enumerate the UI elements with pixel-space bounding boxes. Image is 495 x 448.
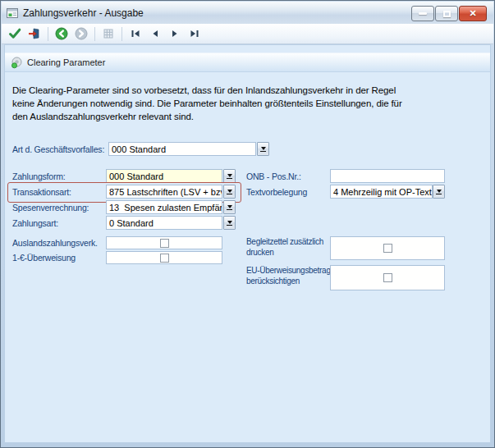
eu-ueberweisungsbetrag-label: EU-Überweisungsbetrag berücksichtigen [246, 266, 328, 286]
section-title: Clearing Parameter [27, 57, 105, 67]
geschaeftsvorfall-combobox[interactable]: 000 Standard [108, 142, 256, 156]
grid-view-button[interactable] [99, 25, 118, 43]
begleitzettel-checkbox[interactable] [383, 244, 392, 253]
maximize-button[interactable] [435, 6, 458, 21]
textvorbelegung-dropdown-button[interactable] [433, 185, 445, 199]
first-record-button[interactable] [126, 25, 145, 43]
begleitzettel-label-line1: Begleitzettel zusätzlich [246, 237, 328, 248]
check-icon [8, 27, 21, 40]
auslandszahlungsverkehr-checkbox[interactable] [160, 239, 169, 248]
geschaeftsvorfall-dropdown-button[interactable] [257, 142, 269, 156]
auslandszahlungsverkehr-field [106, 236, 222, 249]
transaktionsart-combobox[interactable]: 875 Lastschriften (LSV + bzv [106, 185, 222, 199]
minimize-button[interactable] [411, 6, 434, 21]
textvorbelegung-value: 4 Mehrzeilig mit OP-Text pro [333, 187, 433, 197]
transaktionsart-label: Transaktionsart: [12, 187, 71, 197]
forward-circle-icon [75, 27, 88, 40]
zahlungsart-value: 0 Standard [109, 218, 154, 228]
section-header: Clearing Parameter [5, 53, 490, 72]
zahlungsform-combobox[interactable]: 000 Standard [106, 169, 222, 183]
ein-euro-ueberweisung-label: 1-€-Überweisung [12, 253, 76, 263]
spesenverrechnung-value: 13 Spesen zulasten Empfär [109, 203, 222, 213]
window-title: Zahlungsverkehr - Ausgabe [23, 7, 144, 19]
toolbar [2, 24, 493, 44]
maximize-icon [443, 11, 451, 17]
dropdown-underline [227, 178, 232, 179]
spesenverrechnung-combobox[interactable]: 13 Spesen zulasten Empfär [106, 200, 222, 214]
chevron-down-icon [261, 147, 266, 150]
minimize-icon [419, 12, 427, 15]
eu-ueberweisungsbetrag-label-line1: EU-Überweisungsbetrag [246, 266, 328, 277]
zahlungsart-dropdown-button[interactable] [223, 216, 236, 230]
chevron-down-icon [227, 190, 232, 193]
onb-pos-nr-input[interactable] [330, 169, 445, 183]
exit-button[interactable] [25, 25, 44, 43]
clearing-disc-icon [11, 57, 23, 69]
navigate-forward-button[interactable] [71, 25, 91, 43]
previous-record-icon [149, 27, 162, 40]
chevron-down-icon [227, 174, 232, 177]
textvorbelegung-combobox[interactable]: 4 Mehrzeilig mit OP-Text pro [330, 185, 433, 199]
next-record-icon [168, 27, 181, 40]
spesenverrechnung-dropdown-button[interactable] [223, 200, 236, 214]
dropdown-underline [227, 194, 232, 194]
textvorbelegung-label: Textvorbelegung [246, 187, 307, 197]
geschaeftsvorfall-label: Art d. Geschäftsvorfalles: [12, 144, 104, 154]
eu-ueberweisungsbetrag-checkbox[interactable] [383, 273, 392, 282]
toolbar-separator [48, 27, 48, 41]
transaktionsart-dropdown-button[interactable] [223, 185, 236, 199]
close-icon: ✕ [469, 9, 476, 18]
ein-euro-ueberweisung-checkbox[interactable] [160, 254, 169, 263]
dropdown-underline [260, 151, 266, 152]
dropdown-underline [227, 225, 232, 226]
transaktionsart-value: 875 Lastschriften (LSV + bzv [109, 187, 222, 197]
window-icon [7, 7, 19, 19]
zahlungsform-value: 000 Standard [109, 171, 163, 181]
spesenverrechnung-label: Spesenverrechnung: [12, 203, 89, 213]
confirm-button[interactable] [5, 25, 25, 43]
eu-ueberweisungsbetrag-field [330, 265, 445, 290]
toolbar-separator [121, 27, 122, 41]
dropdown-underline [227, 209, 232, 210]
last-record-icon [188, 27, 201, 40]
chevron-down-icon [437, 190, 442, 193]
form-content: Clearing Parameter Die Clearing-Paramete… [4, 44, 491, 443]
close-button[interactable]: ✕ [459, 6, 487, 21]
previous-record-button[interactable] [145, 25, 165, 43]
next-record-button[interactable] [165, 25, 185, 43]
begleitzettel-label-line2: drucken [246, 248, 328, 258]
intro-text: Die Clearing-Parameter sind so vorbesetz… [12, 84, 414, 123]
first-record-icon [129, 27, 142, 40]
begleitzettel-label: Begleitzettel zusätzlich drucken [246, 237, 328, 258]
begleitzettel-field [330, 236, 445, 260]
last-record-button[interactable] [185, 25, 204, 43]
onb-pos-nr-label: ONB - Pos.Nr.: [246, 171, 301, 181]
geschaeftsvorfall-value: 000 Standard [112, 144, 166, 154]
zahlungsart-combobox[interactable]: 0 Standard [106, 216, 222, 230]
exit-door-icon [28, 27, 41, 40]
auslandszahlungsverkehr-label: Auslandszahlungsverk. [12, 238, 98, 248]
ein-euro-ueberweisung-field [106, 251, 222, 264]
chevron-down-icon [227, 221, 232, 224]
zahlungsform-label: Zahlungsform: [12, 171, 66, 181]
window-controls: ✕ [411, 6, 487, 21]
chevron-down-icon [227, 205, 232, 208]
eu-ueberweisungsbetrag-label-line2: berücksichtigen [246, 277, 328, 287]
grid-icon [102, 27, 115, 40]
dropdown-underline [436, 194, 442, 194]
zahlungsart-label: Zahlungsart: [12, 218, 58, 228]
navigate-back-button[interactable] [52, 25, 71, 43]
back-circle-icon [55, 27, 68, 40]
toolbar-separator [94, 27, 95, 41]
zahlungsform-dropdown-button[interactable] [223, 169, 236, 183]
application-window: Zahlungsverkehr - Ausgabe ✕ [0, 0, 495, 448]
